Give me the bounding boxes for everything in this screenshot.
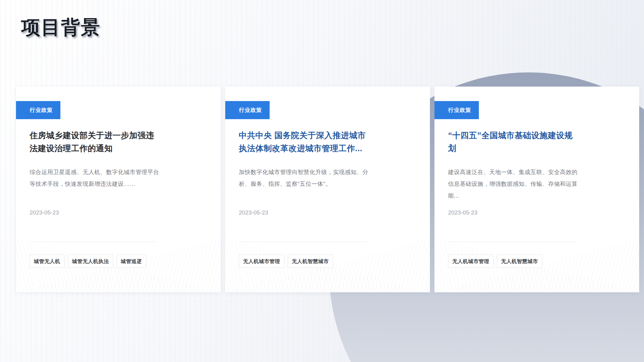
divider (30, 242, 158, 242)
tag-row: 无人机城市管理 无人机智慧城市 (448, 255, 542, 268)
article-date: 2023-05-23 (448, 209, 477, 216)
page-title: 项目背景 (21, 14, 101, 40)
tag-chip[interactable]: 城管巡逻 (117, 255, 146, 268)
tag-chip[interactable]: 无人机城市管理 (239, 255, 284, 268)
article-date: 2023-05-23 (239, 209, 268, 216)
article-title[interactable]: 中共中央 国务院关于深入推进城市执法体制改革改进城市管理工作... (239, 129, 367, 155)
divider (448, 242, 576, 242)
divider (239, 242, 367, 242)
tag-chip[interactable]: 城管无人机执法 (68, 255, 114, 268)
policy-card: 行业政策 中共中央 国务院关于深入推进城市执法体制改革改进城市管理工作... 加… (225, 87, 430, 292)
category-badge: 行业政策 (434, 101, 479, 119)
article-date: 2023-05-23 (30, 209, 59, 216)
article-summary: 加快数字化城市管理向智慧化升级，实现感知、分析、服务、指挥、监察“五位一体”。 (239, 166, 370, 190)
tag-chip[interactable]: 城管无人机 (30, 255, 65, 268)
tag-row: 无人机城市管理 无人机智慧城市 (239, 255, 333, 268)
article-title[interactable]: 住房城乡建设部关于进一步加强违法建设治理工作的通知 (30, 129, 158, 155)
policy-card: 行业政策 住房城乡建设部关于进一步加强违法建设治理工作的通知 综合运用卫星遥感、… (16, 87, 221, 292)
article-summary: 建设高速泛在、天地一体、集成互联、安全高效的信息基础设施，增强数据感知、传输、存… (448, 166, 580, 202)
tag-chip[interactable]: 无人机城市管理 (448, 255, 494, 268)
article-title[interactable]: “十四五”全国城市基础设施建设规划 (448, 129, 576, 155)
article-summary: 综合运用卫星遥感、无人机、数字化城市管理平台等技术手段，快速发现新增违法建设…… (30, 166, 161, 190)
policy-card-list: 行业政策 住房城乡建设部关于进一步加强违法建设治理工作的通知 综合运用卫星遥感、… (16, 87, 639, 292)
tag-row: 城管无人机 城管无人机执法 城管巡逻 (30, 255, 146, 268)
category-badge: 行业政策 (225, 101, 270, 119)
tag-chip[interactable]: 无人机智慧城市 (288, 255, 333, 268)
category-badge: 行业政策 (16, 101, 60, 119)
policy-card: 行业政策 “十四五”全国城市基础设施建设规划 建设高速泛在、天地一体、集成互联、… (434, 87, 639, 292)
tag-chip[interactable]: 无人机智慧城市 (497, 255, 543, 268)
